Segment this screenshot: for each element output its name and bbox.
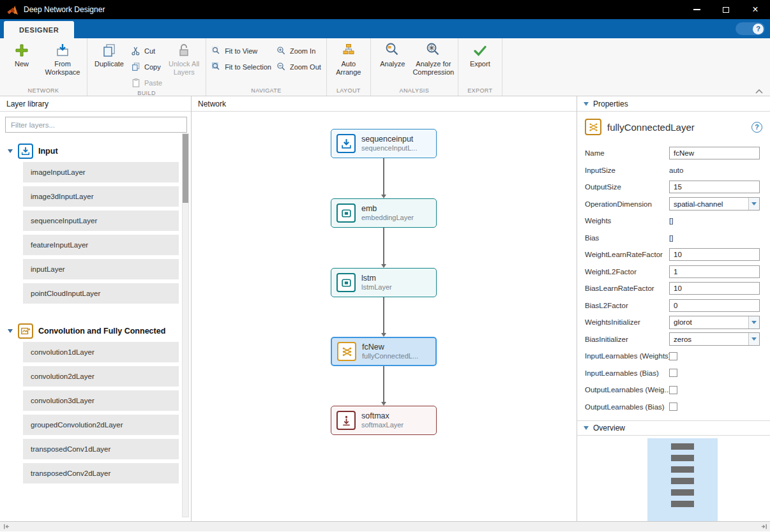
cut-icon — [131, 46, 141, 56]
sequence-input-layer-icon — [336, 134, 356, 153]
chevron-down-icon[interactable] — [748, 333, 759, 345]
node-emb[interactable]: emb embeddingLayer — [331, 198, 437, 228]
property-row-inputsize: InputSize auto — [585, 162, 770, 179]
list-item-sequenceinputlayer[interactable]: sequenceInputLayer — [23, 211, 179, 231]
biasinitializer-dropdown[interactable]: zeros — [669, 332, 760, 346]
outputlearnables-weights-checkbox[interactable] — [669, 386, 677, 394]
node-lstm[interactable]: lstm lstmLayer — [331, 268, 437, 297]
weightl2factor-field[interactable] — [669, 265, 760, 278]
list-item-pointcloudinputlayer[interactable]: pointCloudInputLayer — [23, 283, 179, 304]
list-item-featureinputlayer[interactable]: featureInputLayer — [23, 235, 179, 255]
minimize-button[interactable] — [682, 0, 711, 19]
fit-to-selection-button[interactable]: Fit to Selection — [209, 61, 273, 73]
zoom-in-button[interactable]: Zoom In — [275, 45, 323, 57]
property-row-biasl2factor: BiasL2Factor — [585, 297, 770, 314]
chevron-down-icon[interactable] — [748, 316, 759, 329]
minimap-node-bar — [671, 455, 694, 461]
zoom-out-button[interactable]: Zoom Out — [275, 61, 323, 73]
help-icon[interactable]: ? — [753, 24, 764, 34]
list-item-groupedconvolution2dlayer[interactable]: groupedConvolution2dLayer — [23, 415, 179, 435]
overview-minimap[interactable] — [577, 436, 770, 521]
tab-designer[interactable]: DESIGNER — [4, 21, 74, 38]
property-row-inputlearnables-bias: InputLearnables (Bias) — [585, 365, 770, 382]
cut-button[interactable]: Cut — [129, 45, 164, 57]
edge-arrow — [383, 158, 384, 195]
convolution-section-title: Convolution and Fully Connected — [38, 327, 165, 336]
property-label: OutputLearnables (Bias) — [585, 403, 669, 411]
unlock-all-layers-button[interactable]: Unlock All Layers — [165, 40, 202, 81]
auto-arrange-button[interactable]: Auto Arrange — [330, 40, 367, 81]
fit-to-selection-icon — [211, 62, 222, 72]
library-section-input[interactable]: Input — [8, 140, 191, 162]
from-workspace-icon — [55, 43, 70, 58]
collapse-ribbon-icon[interactable] — [755, 85, 764, 92]
list-item-convolution3dlayer[interactable]: convolution3dLayer — [23, 390, 179, 411]
minimap-viewport[interactable] — [647, 438, 718, 521]
library-section-convolution[interactable]: Convolution and Fully Connected — [8, 320, 191, 342]
analyze-for-compression-button[interactable]: Analyze for Compression — [412, 40, 455, 81]
inputlearnables-bias-checkbox[interactable] — [669, 369, 677, 377]
chevron-down-icon[interactable] — [748, 198, 759, 210]
property-label: InputLearnables (Bias) — [585, 369, 669, 377]
biasl2factor-field[interactable] — [669, 299, 760, 312]
auto-arrange-icon — [341, 43, 356, 58]
paste-button[interactable]: Paste — [129, 77, 164, 89]
properties-panel: Properties fullyConnectedLayer ? Name In… — [577, 96, 770, 521]
dock-right-icon[interactable] — [760, 523, 767, 531]
minimap-node-bar — [671, 466, 694, 473]
property-row-outputlearnables-bias: OutputLearnables (Bias) — [585, 399, 770, 416]
node-fcnew-selected[interactable]: fcNew fullyConnectedL... — [331, 337, 437, 366]
biaslearnratefactor-field[interactable] — [669, 282, 760, 295]
property-label: InputLearnables (Weights) — [585, 352, 669, 360]
help-pill[interactable]: ? — [736, 22, 765, 35]
outputsize-field[interactable] — [669, 181, 760, 193]
property-label: BiasL2Factor — [585, 302, 669, 309]
layer-help-button[interactable]: ? — [751, 122, 762, 133]
property-row-weightlearnratefactor: WeightLearnRateFactor — [585, 246, 770, 263]
from-workspace-label: From Workspace — [43, 60, 82, 77]
node-softmax[interactable]: softmax softmaxLayer — [331, 406, 437, 435]
unlock-all-layers-label: Unlock All Layers — [167, 60, 201, 77]
property-label: Name — [585, 149, 669, 157]
paste-icon — [131, 78, 141, 88]
outputlearnables-bias-checkbox[interactable] — [669, 403, 677, 411]
weightlearnratefactor-field[interactable] — [669, 248, 760, 261]
list-item-convolution2dlayer[interactable]: convolution2dLayer — [23, 366, 179, 387]
property-row-weights: Weights [] — [585, 212, 770, 230]
new-button[interactable]: New — [3, 40, 40, 81]
from-workspace-button[interactable]: From Workspace — [42, 40, 84, 81]
filter-layers-input[interactable] — [5, 117, 187, 133]
edge-arrow — [383, 228, 384, 264]
ribbon-tab-row: DESIGNER ? — [0, 19, 770, 38]
property-row-inputlearnables-weights: InputLearnables (Weights) — [585, 348, 770, 365]
copy-button[interactable]: Copy — [129, 61, 164, 73]
fit-to-view-button[interactable]: Fit to View — [209, 45, 273, 57]
analyze-button[interactable]: Analyze — [374, 40, 411, 81]
node-sequenceinput[interactable]: sequenceinput sequenceInputL... — [331, 129, 437, 158]
list-item-image3dinputlayer[interactable]: image3dInputLayer — [23, 186, 179, 207]
property-label: WeightsInitializer — [585, 318, 669, 326]
list-item-convolution1dlayer[interactable]: convolution1dLayer — [23, 342, 179, 362]
dock-left-icon[interactable] — [3, 523, 10, 531]
weightsinitializer-dropdown[interactable]: glorot — [669, 316, 760, 329]
export-button[interactable]: Export — [462, 40, 499, 81]
duplicate-button[interactable]: Duplicate — [91, 40, 128, 81]
library-scrollbar[interactable] — [182, 133, 189, 517]
list-item-imageinputlayer[interactable]: imageInputLayer — [23, 162, 179, 182]
section-label-analysis: ANALYSIS — [374, 86, 455, 95]
maximize-button[interactable] — [711, 0, 741, 19]
analyze-for-compression-icon — [426, 43, 441, 58]
inputlearnables-weights-checkbox[interactable] — [669, 352, 677, 360]
close-button[interactable]: × — [741, 0, 770, 19]
operationdimension-dropdown[interactable]: spatial-channel — [669, 197, 760, 211]
list-item-transposedconv1dlayer[interactable]: transposedConv1dLayer — [23, 439, 179, 459]
library-scrollbar-thumb[interactable] — [183, 134, 188, 203]
name-field[interactable] — [669, 147, 760, 159]
node-text: fcNew fullyConnectedL... — [362, 343, 418, 361]
network-canvas[interactable]: sequenceinput sequenceInputL... emb embe… — [192, 112, 577, 521]
list-item-transposedconv2dlayer[interactable]: transposedConv2dLayer — [23, 463, 179, 484]
collapse-properties-icon[interactable] — [584, 102, 589, 106]
list-item-inputlayer[interactable]: inputLayer — [23, 259, 179, 279]
collapse-overview-icon[interactable] — [584, 426, 589, 430]
node-text: emb embeddingLayer — [361, 204, 414, 223]
